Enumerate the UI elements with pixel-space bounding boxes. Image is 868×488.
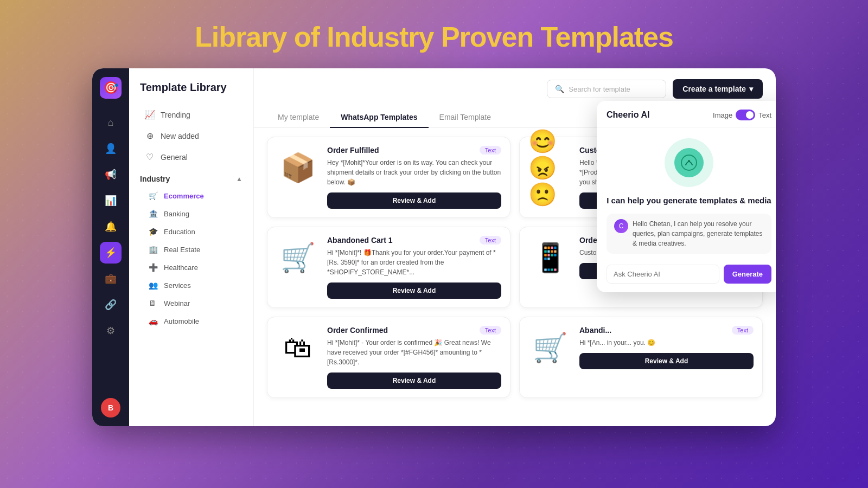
- review-btn-abandoned-cart-2[interactable]: Review & Add: [579, 353, 754, 369]
- tab-whatsapp[interactable]: WhatsApp Templates: [330, 107, 428, 128]
- template-img-order-fulfilled: 📦: [276, 146, 320, 189]
- library-title: Template Library: [129, 81, 253, 94]
- template-title-order-fulfilled: Order Fulfilled: [327, 146, 379, 155]
- sidebar-icon-bell[interactable]: 🔔: [100, 216, 122, 237]
- dropdown-arrow-icon: ▾: [749, 85, 753, 93]
- template-img-customer-rating: 😊😠🙁: [528, 146, 572, 189]
- template-card-abandoned-cart-2: 🛒 Abandi... Text Hi *[An... in your... y…: [519, 317, 763, 398]
- template-img-order-confirmed-r: 📱: [528, 236, 572, 279]
- nav-general-label: General: [161, 153, 188, 162]
- sidebar-icon-flash[interactable]: ⚡: [100, 242, 122, 264]
- template-text-abandoned-cart-1: Hi *[Mohit]*! 🎁Thank you for your order.…: [327, 248, 501, 277]
- nav-trending-label: Trending: [161, 111, 190, 119]
- user-avatar[interactable]: B: [101, 398, 120, 418]
- banking-icon: 🏦: [149, 209, 158, 218]
- ai-icon-inner: [674, 148, 704, 177]
- sub-webinar[interactable]: 🖥 Webinar: [133, 294, 249, 312]
- ai-avatar: C: [614, 219, 628, 233]
- industry-section-header[interactable]: Industry ▲: [129, 168, 253, 187]
- tab-email[interactable]: Email Template: [429, 107, 502, 128]
- template-body-order-confirmed: Order Confirmed Text Hi *[Mohit]* - Your…: [327, 326, 501, 389]
- title-prefix: Library of: [195, 21, 327, 53]
- tab-my-template[interactable]: My template: [267, 107, 330, 128]
- svg-point-1: [688, 160, 690, 162]
- education-label: Education: [164, 228, 195, 236]
- svg-point-0: [681, 155, 697, 170]
- app-logo[interactable]: 🎯: [100, 77, 122, 99]
- badge-order-confirmed: Text: [480, 326, 501, 335]
- services-icon: 👥: [149, 281, 158, 290]
- ai-message-text: Hello Chetan, I can help you resolve you…: [633, 219, 764, 248]
- ai-generate-button[interactable]: Generate: [724, 265, 771, 284]
- review-btn-order-confirmed[interactable]: Review & Add: [327, 373, 501, 389]
- sidebar: 🎯 ⌂ 👤 📢 📊 🔔 ⚡ 💼 🔗 ⚙ B: [92, 68, 129, 426]
- template-body-order-fulfilled: Order Fulfilled Text Hey *[Mohit]*Your o…: [327, 146, 501, 209]
- review-btn-order-fulfilled[interactable]: Review & Add: [327, 192, 501, 209]
- template-body-abandoned-cart-2: Abandi... Text Hi *[An... in your... you…: [579, 326, 754, 369]
- sidebar-icon-briefcase[interactable]: 💼: [100, 268, 122, 290]
- create-template-button[interactable]: Create a template ▾: [673, 79, 763, 99]
- real-estate-icon: 🏢: [149, 245, 158, 254]
- template-title-order-confirmed: Order Confirmed: [327, 326, 388, 335]
- sub-real-estate[interactable]: 🏢 Real Estate: [133, 241, 249, 258]
- search-box[interactable]: 🔍 Search for template: [547, 80, 666, 98]
- ai-description: I can help you generate templates & medi…: [607, 195, 771, 206]
- toggle-label-image: Image: [713, 111, 732, 119]
- healthcare-label: Healthcare: [164, 264, 198, 272]
- general-icon: ♡: [144, 152, 155, 162]
- ai-icon-container: [665, 138, 713, 187]
- template-text-order-confirmed: Hi *[Mohit]* - Your order is confirmed 🎉…: [327, 338, 501, 367]
- sub-healthcare[interactable]: ➕ Healthcare: [133, 259, 249, 276]
- template-body-abandoned-cart-1: Abandoned Cart 1 Text Hi *[Mohit]*! 🎁Tha…: [327, 236, 501, 299]
- template-card-order-fulfilled: 📦 Order Fulfilled Text Hey *[Mohit]*Your…: [267, 137, 510, 218]
- template-title-abandoned-cart-2: Abandi...: [579, 326, 611, 335]
- page-title: Library of Industry Proven Templates: [195, 21, 673, 53]
- education-icon: 🎓: [149, 227, 158, 236]
- webinar-label: Webinar: [164, 299, 190, 307]
- toggle-label-text: Text: [758, 111, 771, 119]
- sub-banking[interactable]: 🏦 Banking: [133, 205, 249, 222]
- real-estate-label: Real Estate: [164, 246, 200, 254]
- sub-education[interactable]: 🎓 Education: [133, 223, 249, 240]
- sub-ecommerce[interactable]: 🛒 Ecommerce: [133, 187, 249, 204]
- ai-panel: Cheerio AI Image Text I can help you gen…: [597, 101, 776, 292]
- ai-toggle[interactable]: [736, 110, 755, 120]
- nav-new-added[interactable]: ⊕ New added: [133, 126, 249, 146]
- template-card-order-confirmed: 🛍 Order Confirmed Text Hi *[Mohit]* - Yo…: [267, 317, 510, 398]
- template-img-abandoned-cart-2: 🛒: [528, 326, 572, 369]
- automobile-icon: 🚗: [149, 317, 158, 325]
- sidebar-icon-user[interactable]: 👤: [100, 138, 122, 159]
- sidebar-icon-megaphone[interactable]: 📢: [100, 164, 122, 185]
- template-title-abandoned-cart-1: Abandoned Cart 1: [327, 236, 393, 245]
- ai-input-field[interactable]: [607, 265, 719, 284]
- automobile-label: Automobile: [164, 317, 199, 325]
- nav-trending[interactable]: 📈 Trending: [133, 105, 249, 125]
- ecommerce-label: Ecommerce: [164, 192, 204, 200]
- main-header: 🔍 Search for template Create a template …: [254, 68, 776, 99]
- ai-title: Cheerio AI: [607, 110, 649, 120]
- template-img-abandoned-cart-1: 🛒: [276, 236, 320, 279]
- trending-icon: 📈: [144, 110, 155, 120]
- title-highlight: Industry Proven Templates: [327, 21, 673, 53]
- sub-automobile[interactable]: 🚗 Automobile: [133, 312, 249, 330]
- ai-body: I can help you generate templates & medi…: [597, 127, 776, 265]
- create-btn-label: Create a template: [682, 85, 746, 93]
- sidebar-icon-home[interactable]: ⌂: [100, 112, 122, 133]
- review-btn-abandoned-cart-1[interactable]: Review & Add: [327, 282, 501, 299]
- ai-message-box: C Hello Chetan, I can help you resolve y…: [607, 214, 771, 254]
- sidebar-icon-settings[interactable]: ⚙: [100, 320, 122, 342]
- badge-order-fulfilled: Text: [480, 146, 501, 155]
- left-panel: Template Library 📈 Trending ⊕ New added …: [129, 68, 254, 426]
- search-placeholder: Search for template: [569, 85, 630, 93]
- sub-services[interactable]: 👥 Services: [133, 277, 249, 294]
- industry-label: Industry: [140, 175, 170, 183]
- sidebar-icon-chart[interactable]: 📊: [100, 190, 122, 211]
- ai-panel-header: Cheerio AI Image Text: [597, 101, 776, 127]
- healthcare-icon: ➕: [149, 263, 158, 272]
- nav-general[interactable]: ♡ General: [133, 147, 249, 167]
- sidebar-icon-network[interactable]: 🔗: [100, 294, 122, 316]
- webinar-icon: 🖥: [149, 299, 158, 307]
- services-label: Services: [164, 281, 191, 290]
- search-icon: 🔍: [555, 85, 564, 93]
- template-img-order-confirmed: 🛍: [276, 326, 320, 369]
